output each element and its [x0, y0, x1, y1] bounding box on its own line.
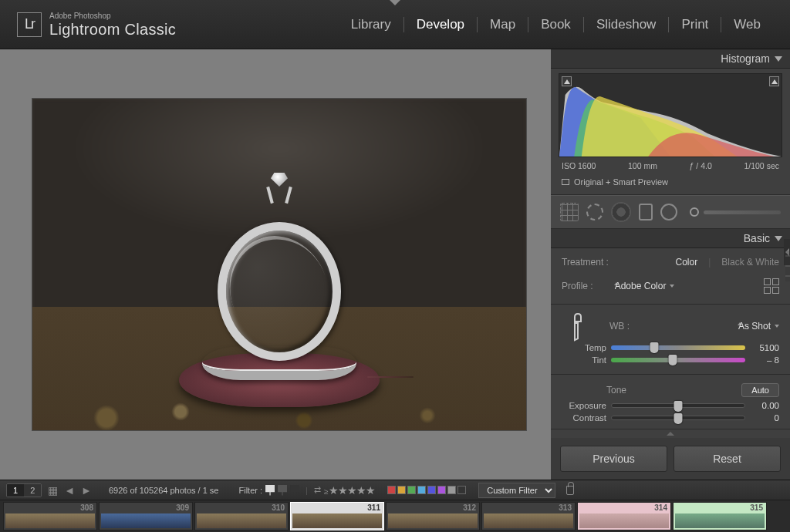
histogram-header[interactable]: Histogram: [551, 49, 790, 69]
exposure-slider[interactable]: [611, 403, 745, 408]
module-library[interactable]: Library: [339, 17, 403, 32]
module-web[interactable]: Web: [721, 17, 773, 32]
module-map[interactable]: Map: [478, 17, 528, 32]
thumbnail[interactable]: 312: [386, 502, 480, 530]
reset-button[interactable]: Reset: [674, 446, 781, 472]
thumbnail[interactable]: 315: [673, 502, 767, 530]
module-print[interactable]: Print: [669, 17, 721, 32]
subject-ring: [214, 191, 345, 361]
contrast-slider[interactable]: [611, 416, 745, 420]
color-swatch[interactable]: [417, 486, 426, 494]
wb-section: WB : As Shot Temp 5100 Tint – 8: [551, 305, 790, 375]
thumbnail[interactable]: 313: [481, 502, 576, 530]
rating-switch-icon[interactable]: ⇄: [314, 485, 321, 495]
module-develop[interactable]: Develop: [404, 17, 477, 32]
suite-name: Adobe Photoshop: [49, 12, 176, 20]
thumb-index: 312: [463, 503, 476, 512]
panel-notch-top[interactable]: [390, 0, 400, 5]
thumb-index: 310: [272, 503, 285, 512]
history-buttons: Previous Reset: [551, 438, 790, 480]
photo-count: 6926 of 105264 photos / 1 se: [109, 486, 219, 495]
thumbnail[interactable]: 310: [194, 502, 289, 530]
eyedropper-icon[interactable]: [556, 308, 593, 345]
view-toggle[interactable]: 1 2: [6, 483, 42, 497]
color-swatch[interactable]: [387, 486, 396, 494]
thumb-index: 311: [367, 503, 380, 512]
exif-aperture: ƒ / 4.0: [690, 161, 712, 170]
radial-tool[interactable]: [660, 204, 677, 221]
thumb-index: 313: [559, 503, 572, 512]
tool-strip: [551, 195, 790, 229]
filmstrip-toolbar: 1 2 ▦ ◄ ► 6926 of 105264 photos / 1 se F…: [0, 480, 790, 500]
brand: Lr Adobe Photoshop Lightroom Classic: [17, 12, 176, 37]
thumb-index: 308: [80, 503, 93, 512]
thumbnail[interactable]: 314: [577, 502, 671, 530]
develop-panel: Histogram ISO 1600 100 mm ƒ / 4.0 1/100 …: [551, 49, 790, 480]
crop-tool[interactable]: [560, 203, 579, 221]
next-photo-icon[interactable]: ►: [81, 484, 92, 497]
flag-pick-icon[interactable]: [265, 485, 275, 496]
module-picker: Library Develop Map Book Slideshow Print…: [339, 17, 773, 32]
color-swatch[interactable]: [427, 486, 436, 494]
thumb-index: 314: [654, 503, 667, 512]
app-badge: Lr: [17, 12, 42, 37]
color-swatch[interactable]: [437, 486, 446, 494]
filter-lock-icon[interactable]: [566, 486, 574, 495]
exif-shutter: 1/100 sec: [744, 161, 779, 170]
flag-unflagged-icon[interactable]: [278, 485, 287, 496]
filmstrip: 1 2 ▦ ◄ ► 6926 of 105264 photos / 1 se F…: [0, 480, 790, 532]
right-edge-grip[interactable]: [785, 251, 790, 281]
profile-select[interactable]: Adobe Color: [610, 281, 675, 291]
treatment-bw[interactable]: Black & White: [721, 257, 779, 268]
photo-preview[interactable]: [32, 99, 526, 430]
prev-photo-icon[interactable]: ◄: [64, 484, 75, 497]
thumbnail-strip[interactable]: 308309310311312313314315: [0, 500, 790, 532]
filter-preset-select[interactable]: Custom Filter: [478, 483, 555, 498]
preview-mode[interactable]: Original + Smart Preview: [551, 173, 790, 195]
preview-area[interactable]: [0, 49, 551, 480]
exposure-value[interactable]: 0.00: [750, 401, 779, 410]
color-swatch[interactable]: [457, 486, 466, 494]
histogram[interactable]: [559, 73, 782, 157]
filter-controls: Filter : | ⇄ ★★★★★: [238, 484, 375, 497]
color-swatch[interactable]: [397, 486, 406, 494]
tone-section: Tone Auto Exposure 0.00 Contrast 0: [551, 375, 790, 429]
exif-focal: 100 mm: [628, 161, 657, 170]
treatment-section: Treatment : Color | Black & White Profil…: [551, 248, 790, 305]
thumbnail[interactable]: 311: [290, 502, 384, 530]
app-header: Lr Adobe Photoshop Lightroom Classic Lib…: [0, 0, 790, 49]
thumbnail[interactable]: 309: [99, 502, 193, 530]
color-swatch[interactable]: [447, 486, 456, 494]
temp-value[interactable]: 5100: [750, 343, 779, 352]
mask-amount[interactable]: [690, 207, 781, 217]
auto-tone-button[interactable]: Auto: [741, 383, 779, 397]
previous-button[interactable]: Previous: [560, 446, 667, 472]
star-filter[interactable]: ★★★★★: [324, 484, 375, 497]
color-swatch[interactable]: [407, 486, 416, 494]
wb-select[interactable]: As Shot: [734, 321, 779, 332]
treatment-color[interactable]: Color: [675, 257, 697, 268]
exif-iso: ISO 1600: [562, 161, 596, 170]
tint-slider[interactable]: [611, 358, 745, 362]
preview-mode-icon: [562, 179, 569, 185]
contrast-value[interactable]: 0: [750, 413, 779, 423]
color-label-filter: [387, 486, 466, 494]
spot-tool[interactable]: [586, 204, 603, 221]
temp-slider[interactable]: [611, 345, 745, 350]
tint-value[interactable]: – 8: [750, 355, 779, 365]
thumbnail[interactable]: 308: [3, 502, 97, 530]
collapse-icon: [775, 236, 782, 241]
redeye-tool[interactable]: [611, 202, 631, 222]
collapse-icon: [775, 56, 782, 62]
basic-header[interactable]: Basic: [551, 229, 790, 248]
brush-tool-icon: [690, 207, 699, 217]
module-book[interactable]: Book: [528, 17, 583, 32]
flag-reject-icon[interactable]: [290, 485, 299, 496]
graduated-tool[interactable]: [639, 204, 653, 221]
module-slideshow[interactable]: Slideshow: [584, 17, 669, 32]
thumb-index: 309: [176, 503, 189, 512]
grid-view-icon[interactable]: ▦: [48, 484, 58, 497]
profile-browser-icon[interactable]: [764, 278, 779, 294]
panel-expand-hint[interactable]: [551, 429, 790, 438]
product-name: Lightroom Classic: [49, 22, 176, 37]
